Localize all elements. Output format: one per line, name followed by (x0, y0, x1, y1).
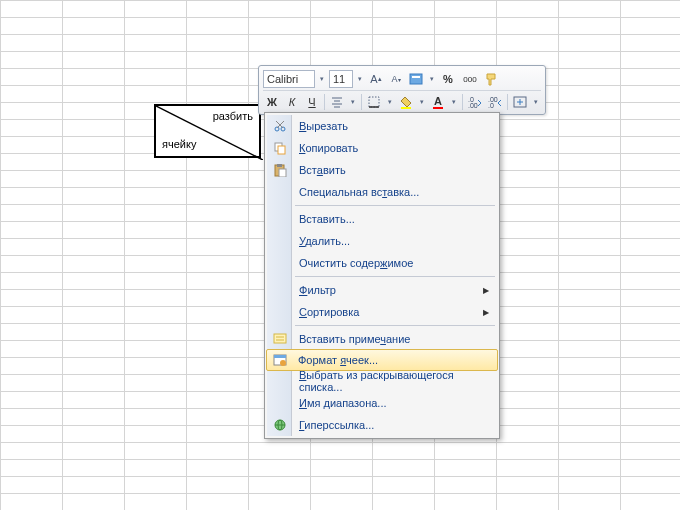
align-dropdown[interactable]: ▾ (348, 93, 358, 111)
bold-button[interactable]: Ж (263, 93, 281, 111)
menu-separator (295, 325, 495, 326)
font-name-combo[interactable]: Calibri (263, 70, 315, 88)
menu-label: Гиперссылка... (299, 419, 374, 431)
split-diagonal-cell[interactable]: разбить ячейку (154, 104, 261, 158)
svg-rect-7 (369, 97, 379, 107)
fill-color-dropdown[interactable]: ▾ (417, 93, 427, 111)
menu-delete[interactable]: Удалить... (267, 230, 497, 252)
menu-clear[interactable]: Очистить содержимое (267, 252, 497, 274)
menu-paste[interactable]: Вставить (267, 159, 497, 181)
svg-rect-9 (401, 107, 411, 109)
menu-label: Вставить примечание (299, 333, 410, 345)
cell-text-top: разбить (213, 110, 253, 122)
svg-text:.00: .00 (468, 102, 478, 108)
menu-sort[interactable]: Сортировка ▶ (267, 301, 497, 323)
shrink-font-icon[interactable]: A▾ (387, 70, 405, 88)
menu-label: Копировать (299, 142, 358, 154)
menu-hyperlink[interactable]: Гиперссылка... (267, 414, 497, 436)
menu-label: Сортировка (299, 306, 359, 318)
font-color-dropdown[interactable]: ▾ (449, 93, 459, 111)
menu-label: Вставить... (299, 213, 355, 225)
align-center-icon[interactable] (328, 93, 346, 111)
underline-button[interactable]: Ч (303, 93, 321, 111)
font-size-combo[interactable]: 11 (329, 70, 353, 88)
context-menu: Вырезать Копировать Вставить Специальная… (264, 112, 500, 439)
font-name-dropdown[interactable]: ▾ (317, 70, 327, 88)
submenu-arrow-icon: ▶ (483, 308, 489, 317)
increase-decimal-icon[interactable]: .0.00 (466, 93, 484, 111)
svg-rect-1 (410, 74, 422, 84)
svg-text:A: A (434, 95, 442, 107)
hyperlink-icon (272, 417, 288, 433)
italic-button[interactable]: К (283, 93, 301, 111)
font-size-dropdown[interactable]: ▾ (355, 70, 365, 88)
grow-font-icon[interactable]: A▴ (367, 70, 385, 88)
menu-range-name[interactable]: Имя диапазона... (267, 392, 497, 414)
menu-label: Выбрать из раскрывающегося списка... (299, 369, 479, 393)
format-cells-icon (272, 352, 288, 368)
menu-label: Специальная вставка... (299, 186, 419, 198)
menu-separator (295, 205, 495, 206)
format-painter-icon[interactable] (483, 70, 501, 88)
copy-icon (272, 140, 288, 156)
accounting-format-dropdown[interactable]: ▾ (427, 70, 437, 88)
percent-format-icon[interactable]: % (439, 70, 457, 88)
svg-rect-2 (412, 76, 420, 78)
comma-format-icon[interactable]: 000 (459, 70, 481, 88)
svg-rect-24 (277, 164, 282, 167)
decrease-decimal-icon[interactable]: .00.0 (486, 93, 504, 111)
comment-icon (272, 331, 288, 347)
menu-pick-from-dropdown[interactable]: Выбрать из раскрывающегося списка... (267, 370, 497, 392)
menu-label: Вырезать (299, 120, 348, 132)
svg-rect-22 (278, 146, 285, 154)
menu-cut[interactable]: Вырезать (267, 115, 497, 137)
menu-copy[interactable]: Копировать (267, 137, 497, 159)
submenu-arrow-icon: ▶ (483, 286, 489, 295)
merge-cells-icon[interactable] (511, 93, 529, 111)
fill-color-icon[interactable] (397, 93, 415, 111)
svg-text:.0: .0 (488, 102, 494, 108)
svg-rect-26 (274, 334, 286, 343)
cell-text-bottom: ячейку (162, 138, 196, 150)
menu-label: Вставить (299, 164, 346, 176)
menu-label: Имя диапазона... (299, 397, 387, 409)
mini-toolbar: Calibri ▾ 11 ▾ A▴ A▾ ▾ % 000 Ж К Ч ▾ ▾ ▾ (258, 65, 546, 115)
borders-dropdown[interactable]: ▾ (385, 93, 395, 111)
menu-separator (295, 276, 495, 277)
menu-format-cells[interactable]: Формат ячеек... (266, 349, 498, 371)
menu-paste-special[interactable]: Специальная вставка... (267, 181, 497, 203)
menu-insert[interactable]: Вставить... (267, 208, 497, 230)
menu-label: Удалить... (299, 235, 350, 247)
borders-icon[interactable] (365, 93, 383, 111)
paste-icon (272, 162, 288, 178)
menu-label: Фильтр (299, 284, 336, 296)
svg-point-31 (280, 360, 286, 366)
svg-rect-30 (274, 355, 286, 358)
menu-label: Формат ячеек... (298, 354, 378, 366)
menu-label: Очистить содержимое (299, 257, 413, 269)
accounting-format-icon[interactable] (407, 70, 425, 88)
scissors-icon (272, 118, 288, 134)
font-color-icon[interactable]: A (429, 93, 447, 111)
menu-filter[interactable]: Фильтр ▶ (267, 279, 497, 301)
menu-insert-comment[interactable]: Вставить примечание (267, 328, 497, 350)
merge-dropdown[interactable]: ▾ (531, 93, 541, 111)
svg-rect-25 (279, 169, 286, 177)
svg-rect-11 (433, 107, 443, 109)
